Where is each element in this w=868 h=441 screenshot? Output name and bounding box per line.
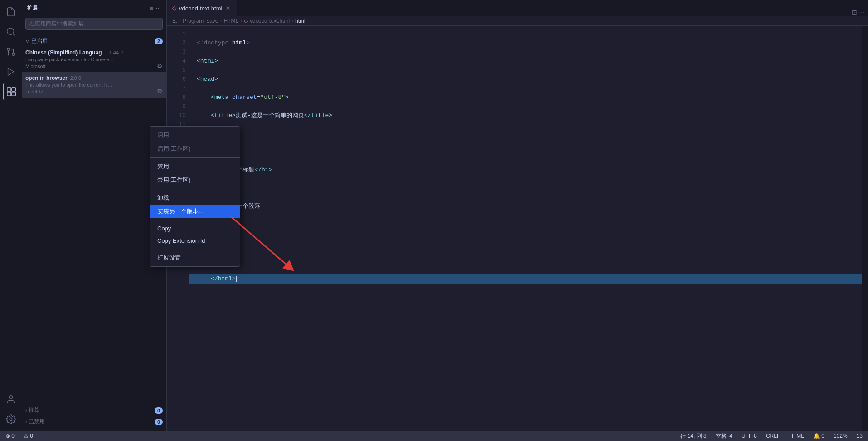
breadcrumb-html[interactable]: HTML — [223, 18, 238, 24]
menu-item-install-version[interactable]: 安装另一个版本... — [150, 205, 240, 218]
disabled-label: 已禁用 — [29, 418, 45, 426]
status-position[interactable]: 行 14, 列 8 — [679, 432, 708, 440]
extension-browser-name: open in browser — [25, 75, 68, 81]
breadcrumb-program-save[interactable]: Program_save — [183, 18, 218, 24]
menu-item-disable-workspace[interactable]: 禁用(工作区) — [150, 173, 240, 187]
sidebar-header: 扩展 ≡ ··· — [22, 0, 166, 16]
breadcrumb-sep1: › — [179, 18, 181, 24]
extension-browser-publisher-row: TechER ⚙ — [25, 88, 163, 95]
scrollbar-track[interactable] — [862, 26, 868, 431]
split-editor-icon[interactable]: ⊡ — [852, 9, 857, 16]
status-right: 行 14, 列 8 空格: 4 UTF-8 CRLF HTML 🔔 0 102%… — [679, 432, 864, 440]
extension-chinese-name: Chinese (Simplified) Languag... — [25, 49, 107, 56]
svg-marker-5 — [8, 68, 14, 76]
status-bar: ⊗ 0 ⚠ 0 行 14, 列 8 空格: 4 UTF-8 CRLF HTML … — [0, 431, 868, 441]
status-errors[interactable]: ⊗ 0 — [4, 433, 16, 439]
status-line-ending[interactable]: CRLF — [764, 433, 782, 439]
extension-browser-version: 2.0.0 — [70, 75, 81, 81]
extension-item-chinese[interactable]: Chinese (Simplified) Languag... 1.44.2 L… — [22, 47, 166, 72]
status-language[interactable]: HTML — [787, 433, 806, 439]
menu-item-uninstall[interactable]: 卸载 — [150, 191, 240, 205]
chevron-right-icon2: › — [25, 419, 27, 424]
breadcrumb-html-tag[interactable]: html — [295, 18, 305, 24]
menu-divider-2 — [150, 189, 240, 189]
extension-chinese-desc: Language pack extension for Chinese ... — [25, 57, 163, 62]
extension-chinese-gear[interactable]: ⚙ — [157, 62, 163, 69]
svg-point-3 — [7, 48, 10, 51]
files-icon[interactable] — [3, 4, 19, 20]
editor-area: ◇ vdcoed-text.html ✕ ⊡ ··· E: › Program_… — [167, 0, 868, 431]
status-zoom[interactable]: 102% — [832, 433, 849, 439]
svg-rect-9 — [12, 92, 15, 96]
app-container: 扩展 ≡ ··· 在应用商店中搜索扩展 ∨ 已启用 2 Chinese (Sim… — [0, 0, 868, 441]
status-warnings[interactable]: ⚠ 0 — [22, 433, 35, 439]
tab-bar: ◇ vdcoed-text.html ✕ ⊡ ··· — [167, 0, 868, 16]
svg-point-11 — [10, 418, 12, 421]
menu-item-enable[interactable]: 启用 — [150, 128, 240, 142]
sidebar-filter-icon[interactable]: ≡ — [150, 5, 153, 11]
code-content[interactable]: <!doctype html> <html> <head> <meta char… — [189, 26, 862, 431]
context-menu: 启用 启用(工作区) 禁用 禁用(工作区) 卸载 安装另一个版本... Copy… — [150, 126, 240, 267]
search-placeholder: 在应用商店中搜索扩展 — [29, 20, 84, 28]
search-icon[interactable] — [3, 24, 19, 40]
menu-item-copy[interactable]: Copy — [150, 222, 240, 235]
enabled-section-label: 已启用 — [31, 37, 48, 45]
extensions-icon[interactable] — [3, 83, 19, 100]
status-spaces[interactable]: 空格: 4 — [714, 432, 734, 440]
menu-divider-4 — [150, 249, 240, 249]
activity-bar-bottom — [3, 391, 19, 431]
recommended-badge: 0 — [155, 407, 163, 414]
main-layout: 扩展 ≡ ··· 在应用商店中搜索扩展 ∨ 已启用 2 Chinese (Sim… — [0, 0, 868, 431]
breadcrumb: E: › Program_save › HTML › ◇ vdcoed-text… — [167, 16, 868, 26]
sidebar: 扩展 ≡ ··· 在应用商店中搜索扩展 ∨ 已启用 2 Chinese (Sim… — [22, 0, 167, 431]
svg-point-10 — [9, 396, 12, 399]
chevron-right-icon: › — [25, 408, 27, 413]
tab-file-icon: ◇ — [172, 5, 176, 11]
extension-browser-gear[interactable]: ⚙ — [157, 88, 163, 95]
sidebar-more-icon[interactable]: ··· — [156, 5, 161, 11]
code-editor: 1 2 3 4 5 6 7 8 9 10 11 12 13 14 <!docty… — [167, 26, 868, 431]
extension-chinese-version: 1.44.2 — [109, 50, 123, 55]
menu-divider-1 — [150, 157, 240, 158]
svg-rect-7 — [12, 88, 15, 91]
tab-vdcoed[interactable]: ◇ vdcoed-text.html ✕ — [167, 0, 237, 16]
tab-label: vdcoed-text.html — [179, 5, 222, 12]
recommended-label: 推荐 — [29, 407, 39, 414]
status-encoding[interactable]: UTF-8 — [740, 433, 759, 439]
sidebar-bottom-sections: › 推荐 0 › 已禁用 0 — [22, 401, 166, 431]
extension-chinese-publisher-row: Microsoft ⚙ — [25, 62, 163, 69]
breadcrumb-sep4: › — [291, 18, 293, 24]
menu-item-enable-workspace[interactable]: 启用(工作区) — [150, 142, 240, 156]
accounts-icon[interactable] — [3, 391, 19, 407]
svg-point-2 — [12, 53, 15, 56]
extension-browser-publisher: TechER — [25, 89, 43, 94]
extension-chinese-header: Chinese (Simplified) Languag... 1.44.2 — [25, 49, 163, 56]
disabled-section[interactable]: › 已禁用 0 — [22, 416, 166, 427]
breadcrumb-filename[interactable]: vdcoed-text.html — [250, 18, 290, 24]
svg-point-0 — [7, 28, 14, 35]
breadcrumb-sep3: › — [240, 18, 242, 24]
extension-browser-desc: This allows you to open the current fil.… — [25, 82, 163, 88]
source-control-icon[interactable] — [3, 44, 19, 60]
tab-close-icon[interactable]: ✕ — [225, 5, 231, 12]
enabled-section-header[interactable]: ∨ 已启用 2 — [22, 35, 166, 47]
enabled-badge: 2 — [155, 38, 163, 44]
extension-search-box[interactable]: 在应用商店中搜索扩展 — [25, 18, 163, 30]
menu-divider-3 — [150, 220, 240, 220]
menu-item-copy-extension-id[interactable]: Copy Extension Id — [150, 235, 240, 247]
menu-item-extension-settings[interactable]: 扩展设置 — [150, 251, 240, 265]
menu-item-disable[interactable]: 禁用 — [150, 160, 240, 173]
run-debug-icon[interactable] — [3, 64, 19, 80]
svg-rect-8 — [7, 92, 11, 96]
extension-chinese-publisher: Microsoft — [25, 64, 46, 69]
breadcrumb-e[interactable]: E: — [172, 18, 177, 24]
more-actions-icon[interactable]: ··· — [859, 9, 864, 16]
settings-icon[interactable] — [3, 411, 19, 427]
tab-actions: ⊡ ··· — [852, 9, 868, 16]
recommended-section[interactable]: › 推荐 0 — [22, 405, 166, 416]
disabled-badge: 0 — [155, 419, 163, 425]
extension-item-open-in-browser[interactable]: open in browser 2.0.0 This allows you to… — [22, 72, 166, 98]
status-notifications[interactable]: 🔔 0 — [811, 433, 826, 439]
status-extra: 13 — [855, 433, 864, 439]
breadcrumb-sep2: › — [220, 18, 222, 24]
